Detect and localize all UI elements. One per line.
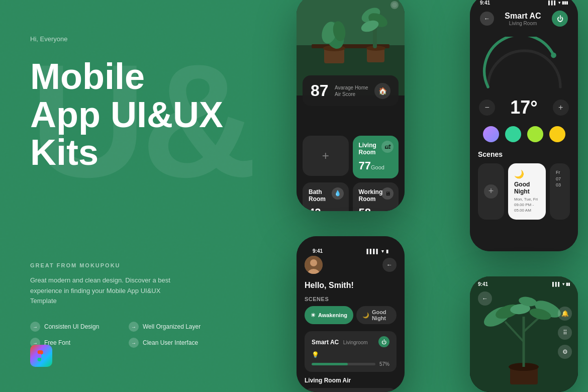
scenes-cards: + 🌙 Good Night Mon, Tue, Fri09.00 PM -05…: [478, 163, 570, 220]
smart-ac-row: Smart AC Livingroom ⏻ 💡 57%: [305, 331, 397, 372]
bell-icon[interactable]: 🔔: [558, 307, 572, 321]
phone3-status-bar: 9:41 ▌▌▌ ▾ ▮▮▮: [470, 0, 578, 6]
phone3-subtitle: Living Room: [505, 21, 541, 26]
smart-ac-title: Smart AC: [312, 339, 339, 346]
living-room-icon: 🛋: [381, 141, 394, 153]
feature-label-1: Consisten UI Design: [44, 323, 99, 330]
phone3-header: ← Smart AC Living Room ⏻: [470, 6, 578, 32]
color-swatch-purple[interactable]: [483, 126, 499, 142]
phones-area: 87 Avarage HomeAir Score 🏠 + 🛋 LivingRoo…: [246, 0, 588, 392]
temperature-controls: − 17° +: [470, 97, 578, 118]
feature-item-1: → Consisten UI Design: [30, 322, 123, 332]
rooms-grid: + 🛋 LivingRoom 77Good 💧 BathRoom 42Bad 🖥…: [303, 136, 399, 211]
feature-icon-2: →: [129, 322, 139, 332]
feature-label-2: Well Organized Layer: [143, 323, 201, 330]
color-swatch-lime[interactable]: [527, 126, 543, 142]
feature-icon-1: →: [30, 322, 40, 332]
feature-item-4: → Clean User Interface: [129, 338, 221, 348]
smart-ac-header: Smart AC Livingroom ⏻: [312, 336, 389, 347]
figma-badge: [30, 345, 52, 367]
brand-label: GREAT FROM MOKUPOKU: [30, 262, 231, 268]
power-button[interactable]: ⏻: [378, 336, 389, 347]
phone3-back-button[interactable]: ←: [480, 12, 494, 26]
scenes-pills: ☀ Awakening 🌙 Good Night: [305, 306, 397, 324]
temperature-dial: [479, 37, 569, 92]
svg-point-19: [551, 53, 556, 58]
phone-smart-ac: 9:41 ▌▌▌ ▾ ▮▮▮ ← Smart AC Living Room ⏻: [470, 0, 578, 251]
plant-background: 9:41 ▌▌▌ ▾ ▮▮ ← 🔔 ⠿ ⚙: [470, 276, 578, 392]
phone-air-quality: 87 Avarage HomeAir Score 🏠 + 🛋 LivingRoo…: [297, 0, 405, 211]
phone4-back-button[interactable]: ←: [478, 291, 492, 306]
phone-hello-smith: 9:41 ▌▌▌▌ ▾ ▮ ← Hello, Smith! Sc: [297, 236, 405, 392]
good-night-time: Mon, Tue, Fri09.00 PM -05.00 AM: [514, 197, 540, 214]
phone3-power-button[interactable]: ⏻: [552, 11, 568, 27]
air-score-card: 87 Avarage HomeAir Score 🏠: [303, 75, 399, 106]
temp-increase-button[interactable]: +: [553, 100, 569, 116]
description-text: Great modern and clean design. Discover …: [30, 275, 171, 307]
progress-row: 57%: [312, 361, 389, 367]
phone4-status-bar: 9:41 ▌▌▌ ▾ ▮▮: [470, 281, 578, 287]
good-night-pill[interactable]: 🌙 Good Night: [356, 306, 397, 324]
temp-decrease-button[interactable]: −: [479, 100, 495, 116]
scenes-section-title: Scenes: [478, 150, 570, 158]
phone4-icons: 🔔 ⠿ ⚙: [558, 307, 572, 359]
phone4-nav: ←: [478, 291, 570, 306]
color-swatch-green[interactable]: [505, 126, 521, 142]
home-icon: 🏠: [374, 83, 390, 99]
living-room-card: 🛋 LivingRoom 77Good: [353, 136, 399, 178]
settings-icon[interactable]: ⚙: [558, 345, 572, 359]
main-title: Mobile App UI&UX Kits: [30, 58, 231, 172]
temperature-value: 17°: [510, 97, 537, 118]
user-avatar: [305, 256, 323, 274]
bath-room-icon: 💧: [332, 187, 344, 200]
partial-scene-content: Fr0703: [556, 169, 564, 188]
phone2-header: ←: [305, 256, 397, 274]
color-swatch-yellow[interactable]: [549, 126, 565, 142]
add-scene-card[interactable]: +: [478, 163, 504, 220]
svg-point-15: [392, 3, 397, 8]
feature-icon-4: →: [129, 338, 139, 348]
feature-item-2: → Well Organized Layer: [129, 322, 221, 332]
color-swatches: [470, 126, 578, 142]
bath-room-score: 42Bad: [309, 206, 343, 211]
good-night-icon: 🌙: [514, 169, 540, 179]
progress-percent: 57%: [379, 361, 389, 367]
bath-room-card: 💧 BathRoom 42Bad: [303, 182, 349, 211]
phone-plant: 9:41 ▌▌▌ ▾ ▮▮ ← 🔔 ⠿ ⚙: [470, 276, 578, 392]
good-night-title: Good Night: [514, 181, 540, 195]
working-room-card: 🖥 WorkingRoom 58Bad: [353, 182, 399, 211]
phone3-title-block: Smart AC Living Room: [505, 12, 541, 26]
phone3-title: Smart AC: [505, 12, 541, 21]
hello-text: Hello, Smith!: [305, 281, 397, 290]
awakening-pill[interactable]: ☀ Awakening: [305, 306, 353, 324]
air-chart: 58hGood 34hMedium 78hBad: [305, 388, 397, 392]
air-score-number: 87: [311, 81, 329, 100]
features-list: → Consisten UI Design → Well Organized L…: [30, 322, 221, 348]
left-panel: Hi, Everyone Mobile App UI&UX Kits GREAT…: [0, 0, 261, 392]
grid-icon[interactable]: ⠿: [558, 326, 572, 340]
scenes-section: Scenes + 🌙 Good Night Mon, Tue, Fri09.00…: [470, 150, 578, 220]
working-room-score: 58Bad: [359, 206, 393, 211]
progress-bar: [312, 363, 375, 365]
good-night-scene: 🌙 Good Night Mon, Tue, Fri09.00 PM -05.0…: [508, 163, 546, 220]
progress-fill: [312, 363, 348, 365]
svg-point-17: [310, 259, 317, 266]
living-room-score: 77Good: [359, 159, 393, 172]
back-button[interactable]: ←: [382, 258, 397, 272]
partial-scene-card: Fr0703: [550, 163, 570, 220]
add-room-card[interactable]: +: [303, 136, 349, 176]
living-air-title: Living Room Air: [305, 377, 397, 384]
smart-ac-location: Livingroom: [343, 340, 368, 345]
air-score-label: Avarage HomeAir Score: [335, 84, 368, 97]
working-room-icon: 🖥: [381, 187, 394, 200]
feature-label-4: Clean User Interface: [143, 339, 198, 346]
phone2-status-bar: 9:41 ▌▌▌▌ ▾ ▮: [305, 244, 397, 256]
scenes-label: Scenes: [305, 296, 397, 302]
greeting-text: Hi, Everyone: [30, 35, 231, 43]
